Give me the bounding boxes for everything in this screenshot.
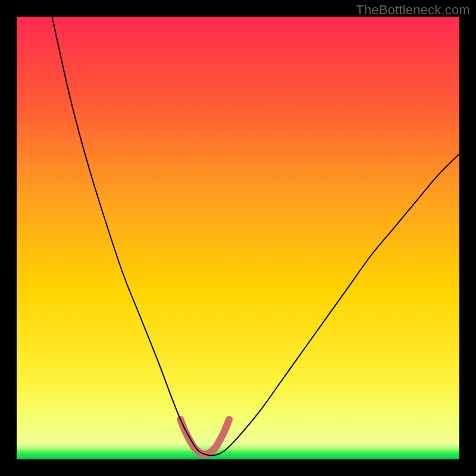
chart-frame: TheBottleneck.com — [0, 0, 476, 476]
svg-rect-3 — [17, 452, 459, 455]
bottleneck-chart — [17, 17, 459, 459]
svg-rect-0 — [17, 445, 459, 447]
svg-rect-5 — [17, 457, 459, 459]
green-bottom-strip — [17, 445, 459, 459]
plot-area — [17, 17, 459, 459]
svg-rect-2 — [17, 450, 459, 452]
svg-rect-4 — [17, 455, 459, 457]
svg-rect-1 — [17, 447, 459, 450]
watermark-text: TheBottleneck.com — [356, 2, 470, 18]
gradient-background — [17, 17, 459, 459]
